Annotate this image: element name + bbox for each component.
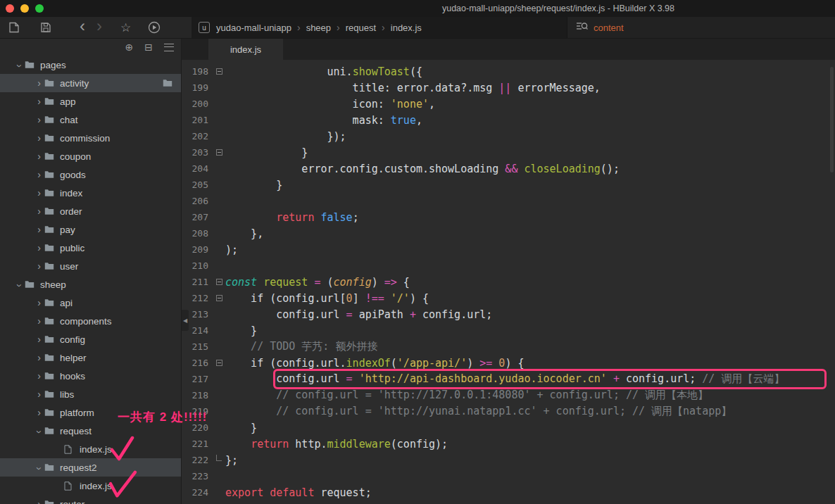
- chevron-icon[interactable]: ›: [34, 169, 44, 180]
- code-line-214[interactable]: 214 }: [182, 322, 835, 339]
- chevron-icon[interactable]: ›: [34, 389, 44, 400]
- code-line-200[interactable]: 200 icon: 'none',: [182, 96, 835, 112]
- tree-item-libs[interactable]: ›libs: [0, 385, 181, 403]
- tree-item-index-js[interactable]: ›index.js: [0, 477, 181, 495]
- minimize-window-button[interactable]: [20, 4, 29, 13]
- content-search[interactable]: content: [567, 17, 835, 38]
- tree-item-hooks[interactable]: ›hooks: [0, 367, 181, 385]
- code-line-203[interactable]: 203 }: [182, 144, 835, 160]
- chevron-icon[interactable]: ›: [34, 407, 44, 418]
- chevron-icon[interactable]: ›: [34, 297, 44, 308]
- chevron-icon[interactable]: ›: [14, 280, 25, 291]
- tree-item-helper[interactable]: ›helper: [0, 348, 181, 367]
- code-line-215[interactable]: 215 // TODO 芋艿: 额外拼接: [182, 339, 835, 355]
- code-line-210[interactable]: 210: [182, 258, 835, 274]
- chevron-icon[interactable]: ›: [34, 315, 44, 327]
- chevron-icon[interactable]: ›: [34, 187, 44, 199]
- code-line-217[interactable]: 217 config.url = 'http://api-dashboard.y…: [182, 371, 835, 387]
- chevron-icon[interactable]: ›: [34, 114, 44, 125]
- code-line-199[interactable]: 199 title: error.data?.msg || errorMessa…: [182, 80, 835, 96]
- tree-item-pages[interactable]: ›pages: [0, 56, 181, 74]
- code-line-222[interactable]: 222};: [182, 452, 835, 468]
- code-line-207[interactable]: 207 return false;: [182, 209, 835, 225]
- code-line-220[interactable]: 220 }: [182, 420, 835, 436]
- tree-item-config[interactable]: ›config: [0, 330, 181, 348]
- tree-item-goods[interactable]: ›goods: [0, 165, 181, 184]
- code-line-212[interactable]: 212 if (config.url[0] !== '/') {: [182, 290, 835, 306]
- star-icon[interactable]: ☆: [120, 20, 131, 35]
- code-line-201[interactable]: 201 mask: true,: [182, 112, 835, 128]
- fold-marker-icon[interactable]: [213, 295, 225, 301]
- tree-item-components[interactable]: ›components: [0, 312, 181, 330]
- tree-item-app[interactable]: ›app: [0, 92, 181, 111]
- tab-indexjs[interactable]: index.js: [208, 39, 283, 60]
- code-line-211[interactable]: 211const request = (config) => {: [182, 274, 835, 290]
- tree-item-sheep[interactable]: ›sheep: [0, 275, 181, 294]
- tree-item-request[interactable]: ›request: [0, 422, 181, 440]
- chevron-icon[interactable]: ›: [34, 151, 44, 162]
- tree-item-activity[interactable]: ›activity: [0, 74, 181, 92]
- tree-item-commission[interactable]: ›commission: [0, 129, 181, 147]
- chevron-icon[interactable]: ›: [34, 96, 44, 107]
- code-line-205[interactable]: 205 }: [182, 177, 835, 193]
- close-window-button[interactable]: [6, 4, 14, 13]
- breadcrumb-item[interactable]: yudao-mall-uniapp: [216, 23, 291, 33]
- code-line-218[interactable]: 218 // config.url = 'http://127.0.0.1:48…: [182, 387, 835, 403]
- sidebar-collapse-handle[interactable]: ◀: [182, 310, 189, 331]
- chevron-icon[interactable]: ›: [34, 352, 44, 363]
- reveal-folder-icon[interactable]: [163, 79, 172, 87]
- code-line-221[interactable]: 221 return http.middleware(config);: [182, 436, 835, 452]
- chevron-icon[interactable]: ›: [34, 77, 44, 89]
- collapse-folders-icon[interactable]: ⊟: [144, 42, 153, 53]
- chevron-icon[interactable]: ›: [14, 61, 25, 71]
- save-icon[interactable]: [40, 22, 51, 33]
- fold-marker-icon[interactable]: [213, 68, 225, 75]
- tree-item-request2[interactable]: ›request2: [0, 458, 181, 477]
- chevron-icon[interactable]: ›: [34, 206, 44, 217]
- tree-item-public[interactable]: ›public: [0, 239, 181, 257]
- code-line-204[interactable]: 204 error.config.custom.showLoading && c…: [182, 160, 835, 177]
- chevron-icon[interactable]: ›: [34, 224, 44, 235]
- tree-item-api[interactable]: ›api: [0, 294, 181, 312]
- forward-icon[interactable]: ›: [96, 19, 102, 33]
- chevron-icon[interactable]: ›: [34, 260, 44, 272]
- code-line-209[interactable]: 209);: [182, 241, 835, 258]
- code-area[interactable]: 198 uni.showToast({199 title: error.data…: [182, 60, 835, 504]
- tree-item-order[interactable]: ›order: [0, 202, 181, 220]
- chevron-icon[interactable]: ›: [34, 498, 44, 504]
- scrollbar-thumb[interactable]: [830, 67, 834, 172]
- chevron-icon[interactable]: ›: [34, 242, 44, 253]
- chevron-icon[interactable]: ›: [34, 463, 45, 474]
- tree-item-router[interactable]: ›router: [0, 495, 181, 504]
- code-line-202[interactable]: 202 });: [182, 128, 835, 144]
- breadcrumb-item[interactable]: request: [346, 23, 376, 33]
- tree-item-chat[interactable]: ›chat: [0, 111, 181, 129]
- chevron-icon[interactable]: ›: [34, 427, 45, 437]
- code-line-213[interactable]: 213 config.url = apiPath + config.url;: [182, 306, 835, 322]
- code-line-224[interactable]: 224export default request;: [182, 484, 835, 500]
- fold-marker-icon[interactable]: [213, 149, 225, 156]
- run-icon[interactable]: [148, 21, 161, 34]
- breadcrumb-item[interactable]: index.js: [391, 23, 422, 33]
- chevron-icon[interactable]: ›: [34, 370, 44, 382]
- tree-item-pay[interactable]: ›pay: [0, 220, 181, 239]
- fold-marker-icon[interactable]: [213, 279, 225, 285]
- tree-item-platform[interactable]: ›platform: [0, 403, 181, 422]
- fold-end-icon[interactable]: [213, 455, 225, 465]
- tree-item-index-js[interactable]: ›index.js: [0, 440, 181, 458]
- tree-item-index[interactable]: ›index: [0, 184, 181, 202]
- chevron-icon[interactable]: ›: [34, 334, 44, 345]
- tree-item-coupon[interactable]: ›coupon: [0, 147, 181, 165]
- code-line-216[interactable]: 216 if (config.url.indexOf('/app-api/') …: [182, 355, 835, 371]
- locate-file-icon[interactable]: ⊕: [125, 42, 134, 53]
- code-line-198[interactable]: 198 uni.showToast({: [182, 63, 835, 80]
- code-line-206[interactable]: 206: [182, 193, 835, 209]
- breadcrumb-item[interactable]: sheep: [306, 23, 331, 33]
- zoom-window-button[interactable]: [35, 4, 44, 13]
- tree-item-user[interactable]: ›user: [0, 257, 181, 275]
- code-line-219[interactable]: 219 // config.url = 'http://yunai.natapp…: [182, 403, 835, 420]
- back-icon[interactable]: ‹: [80, 19, 85, 33]
- menu-icon[interactable]: [164, 44, 174, 51]
- new-file-icon[interactable]: [8, 22, 20, 33]
- code-line-223[interactable]: 223: [182, 468, 835, 484]
